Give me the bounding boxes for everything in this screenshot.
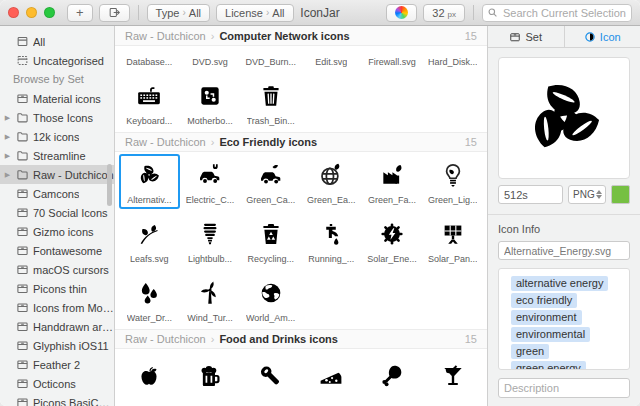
- disclosure-triangle-icon[interactable]: ▶: [3, 133, 12, 141]
- grid-cell-solar-pan[interactable]: Solar_Pan...: [422, 213, 483, 268]
- stepper-icon: [596, 190, 602, 199]
- grid-cell-wind-tur[interactable]: Wind_Tur...: [180, 272, 241, 327]
- sidebar-item-label: macOS cursors: [33, 264, 109, 276]
- grid-cell-recycling[interactable]: Recycling...: [240, 213, 301, 268]
- inspector-tabs: Set Icon: [488, 26, 640, 48]
- grid-cell-electric-c[interactable]: Electric_C...: [180, 154, 241, 209]
- grid-cell-alternativ[interactable]: Alternativ...: [119, 154, 180, 209]
- add-button[interactable]: +: [67, 4, 93, 22]
- grid-cell-bottle-opener[interactable]: [240, 351, 301, 393]
- grid-cell-water-dr[interactable]: Water_Dr...: [119, 272, 180, 327]
- disclosure-triangle-icon[interactable]: ▶: [3, 152, 12, 160]
- description-input[interactable]: [498, 378, 630, 398]
- tag-eco-friendly[interactable]: eco friendly: [511, 293, 577, 308]
- export-size-input[interactable]: [498, 185, 563, 204]
- grid-cell-cheese[interactable]: [301, 351, 362, 393]
- motherboard-icon: [197, 83, 223, 109]
- grid-cell-apple[interactable]: [119, 351, 180, 393]
- breadcrumb[interactable]: Raw - Dutchicon: [125, 333, 206, 345]
- grid-cell-database[interactable]: Database...: [119, 48, 180, 71]
- breadcrumb[interactable]: Raw - Dutchicon: [125, 136, 206, 148]
- grid-cell-keyboard[interactable]: Keyboard...: [119, 75, 180, 130]
- sidebar-item-feather-2[interactable]: Feather 2: [0, 355, 114, 374]
- search-input[interactable]: [482, 4, 632, 22]
- grid-cell-dvd-svg[interactable]: DVD.svg: [180, 48, 241, 71]
- export-button[interactable]: [99, 4, 130, 22]
- set-icon: [16, 225, 29, 238]
- tags-card: alternative energyeco friendlyenvironmen…: [498, 268, 630, 370]
- sidebar-item-those-icons[interactable]: ▶Those Icons: [0, 108, 114, 127]
- grid-cell-running[interactable]: Running_...: [301, 213, 362, 268]
- sidebar-item-icons-from-module[interactable]: Icons from Module: [0, 298, 114, 317]
- type-filter-button[interactable]: Type › All: [147, 4, 210, 22]
- sidebar-item-label: Picons BasiColor...: [33, 397, 114, 406]
- grid-cell-dvd-burn[interactable]: DVD_Burn...: [240, 48, 301, 71]
- minimize-button[interactable]: [26, 7, 37, 18]
- sidebar-item-fontawesome[interactable]: Fontawesome: [0, 241, 114, 260]
- grid-cell-green-fa[interactable]: Green_Fa...: [362, 154, 423, 209]
- grid-cell-drumstick[interactable]: [362, 351, 423, 393]
- grid-cell-green-lig[interactable]: Green_Lig...: [422, 154, 483, 209]
- box-dash-icon: [16, 54, 29, 67]
- grid-cell-solar-ene[interactable]: Solar_Ene...: [362, 213, 423, 268]
- sidebar-item-streamline[interactable]: ▶Streamline: [0, 146, 114, 165]
- iconjar-window: + Type › All License › All IconJar 32px: [0, 0, 640, 406]
- grid-cell-beer-mug[interactable]: [180, 351, 241, 393]
- sidebar-item-uncategorised[interactable]: Uncategorised: [0, 51, 114, 70]
- box-icon: [16, 35, 29, 48]
- grid-cell-leafs-svg[interactable]: Leafs.svg: [119, 213, 180, 268]
- grid-cell-trash-bin[interactable]: Trash_Bin...: [240, 75, 301, 130]
- gear-bolt-icon: [379, 221, 405, 247]
- format-select[interactable]: PNG: [568, 185, 606, 204]
- sidebar-item-12k-icons[interactable]: ▶12k icons: [0, 127, 114, 146]
- tag-green[interactable]: green: [511, 344, 549, 359]
- sidebar-item-gizmo-icons[interactable]: Gizmo icons: [0, 222, 114, 241]
- sidebar-item-handdrawn-arrows[interactable]: Handdrawn arrows: [0, 317, 114, 336]
- tag-environment[interactable]: environment: [511, 310, 582, 325]
- sidebar-item-glyphish-ios11[interactable]: Glyphish iOS11: [0, 336, 114, 355]
- sidebar-item-label: Uncategorised: [33, 55, 104, 67]
- sidebar-item-octicons[interactable]: Octicons: [0, 374, 114, 393]
- grid-cell-cocktail[interactable]: [422, 351, 483, 393]
- tab-icon[interactable]: Icon: [565, 26, 640, 47]
- sidebar-item-macos-cursors[interactable]: macOS cursors: [0, 260, 114, 279]
- close-button[interactable]: [8, 7, 19, 18]
- sidebar-item-material-icons[interactable]: Material icons: [0, 89, 114, 108]
- sidebar-item-raw-dutchicon[interactable]: ▶Raw - Dutchicon: [0, 165, 114, 184]
- search-icon: [487, 7, 498, 18]
- zoom-button[interactable]: [44, 7, 55, 18]
- sidebar: AllUncategorisedBrowse by SetMaterial ic…: [0, 26, 115, 406]
- color-picker-button[interactable]: [386, 4, 417, 22]
- grid-cell-hard-disk[interactable]: Hard_Disk...: [422, 48, 483, 71]
- sidebar-item-all[interactable]: All: [0, 32, 114, 51]
- breadcrumb[interactable]: Raw - Dutchicon: [125, 30, 206, 42]
- beer-mug-icon: [197, 363, 223, 389]
- tab-set[interactable]: Set: [488, 26, 565, 47]
- icon-label: Recycling...: [247, 254, 294, 264]
- grid-cell-green-ea[interactable]: Green_Ea...: [301, 154, 362, 209]
- inspector-body: PNG Icon Info alternative energyeco frie…: [488, 48, 640, 406]
- sidebar-item-camcons[interactable]: Camcons: [0, 184, 114, 203]
- license-filter-button[interactable]: License › All: [216, 4, 294, 22]
- grid-cell-world-am[interactable]: World_Am...: [240, 272, 301, 327]
- grid-cell-edit-svg[interactable]: Edit.svg: [301, 48, 362, 71]
- tag-environmental[interactable]: environmental: [511, 327, 590, 342]
- disclosure-triangle-icon[interactable]: ▶: [3, 171, 12, 179]
- icon-name-input[interactable]: [498, 241, 630, 260]
- sidebar-item-picons-thin[interactable]: Picons thin: [0, 279, 114, 298]
- grid-cell-motherbo[interactable]: Motherbo...: [180, 75, 241, 130]
- sidebar-item-picons-basicolor[interactable]: Picons BasiColor...: [0, 393, 114, 406]
- sidebar-item-label: Gizmo icons: [33, 226, 94, 238]
- size-button[interactable]: 32px: [423, 4, 465, 22]
- disclosure-triangle-icon[interactable]: ▶: [3, 114, 12, 122]
- export-color-swatch[interactable]: [611, 185, 630, 204]
- tag-alternative-energy[interactable]: alternative energy: [511, 276, 608, 291]
- tab-set-label: Set: [525, 31, 542, 43]
- sidebar-item-70-social-icons[interactable]: 70 Social Icons: [0, 203, 114, 222]
- sidebar-scrollbar[interactable]: [107, 164, 112, 206]
- grid-cell-firewall-svg[interactable]: Firewall.svg: [362, 48, 423, 71]
- set-icon: [16, 301, 29, 314]
- grid-cell-green-ca[interactable]: Green_Ca...: [240, 154, 301, 209]
- tag-green-energy[interactable]: green energy: [511, 361, 586, 370]
- grid-cell-lightbulb[interactable]: Lightbulb...: [180, 213, 241, 268]
